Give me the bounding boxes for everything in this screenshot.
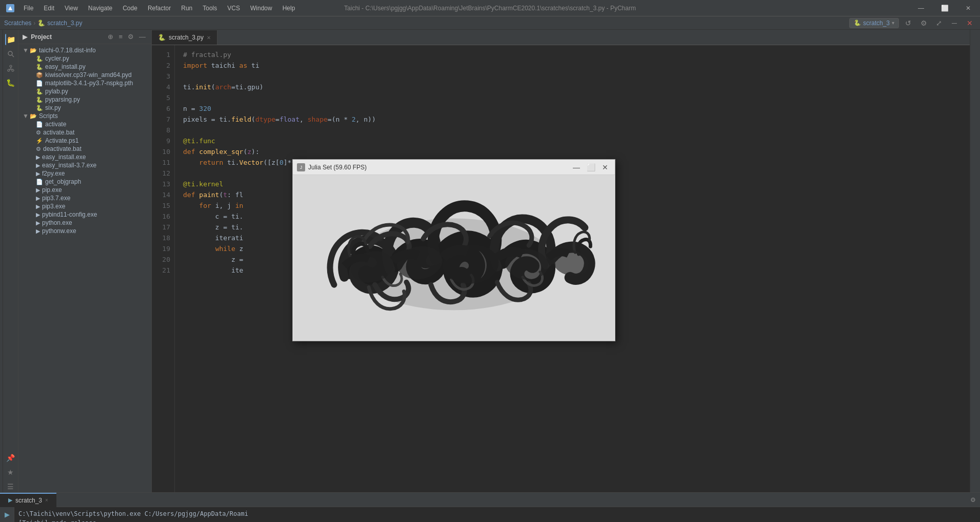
tree-item[interactable]: ▶ pybind11-config.exe <box>18 210 151 219</box>
pyd-file-icon: 📦 <box>36 72 43 79</box>
code-line: n = 320 <box>183 103 970 114</box>
run-refresh-button[interactable]: ↺ <box>902 17 914 29</box>
tree-item[interactable]: ⚡ Activate.ps1 <box>18 137 151 145</box>
breadcrumb-scratches[interactable]: Scratches <box>4 20 31 27</box>
tree-item[interactable]: ⚙ activate.bat <box>18 128 151 137</box>
tree-item-label: pip.exe <box>42 186 62 194</box>
sidebar-hide-icon[interactable]: — <box>137 32 147 41</box>
expand-arrow-icon: ▼ <box>23 112 29 120</box>
tree-item[interactable]: 🐍 easy_install.py <box>18 63 151 71</box>
run-tab-close-icon[interactable]: × <box>45 497 48 503</box>
code-line: # fractal.py <box>183 49 970 60</box>
run-tab[interactable]: ▶ scratch_3 × <box>0 493 56 507</box>
svg-point-3 <box>10 65 12 67</box>
tree-item[interactable]: ▼ 📂 Scripts <box>18 112 151 120</box>
py-file-icon: 🐍 <box>36 64 43 70</box>
menu-view[interactable]: View <box>59 3 83 14</box>
code-line: @ti.func <box>183 136 970 146</box>
tab-close-icon[interactable]: ✕ <box>207 35 211 41</box>
sidebar-collapse-icon[interactable]: ≡ <box>117 32 124 41</box>
tree-item[interactable]: 📄 activate <box>18 120 151 128</box>
menu-edit[interactable]: Edit <box>38 3 59 14</box>
menu-vcs[interactable]: VCS <box>222 3 245 14</box>
run-restart-icon[interactable]: ▶ <box>2 509 12 519</box>
tree-item[interactable]: ▶ pip.exe <box>18 186 151 194</box>
tree-item-label: pyparsing.py <box>45 96 80 103</box>
tree-item[interactable]: ▶ easy_install.exe <box>18 153 151 161</box>
code-line: ti.init(arch=ti.gpu) <box>183 82 970 92</box>
menu-run[interactable]: Run <box>176 3 197 14</box>
julia-maximize-button[interactable]: ⬜ <box>585 162 596 173</box>
activity-favorites-icon[interactable]: ★ <box>5 467 16 478</box>
julia-window-title: Julia Set (59.60 FPS) <box>308 164 568 171</box>
tree-item[interactable]: ▶ easy_install-3.7.exe <box>18 161 151 169</box>
bottom-tabs: ▶ scratch_3 × ⚙ <box>0 493 980 507</box>
tree-item[interactable]: ▶ f2py.exe <box>18 169 151 178</box>
menu-navigate[interactable]: Navigate <box>83 3 117 14</box>
activity-folder-icon[interactable]: 📁 <box>5 34 16 45</box>
sidebar: ▶ Project ⊕ ≡ ⚙ — ▼ 📂 taichi-0.7.18.dist… <box>18 30 152 492</box>
window-controls: — ⬜ ✕ <box>909 0 980 16</box>
breadcrumb-bar: Scratches › 🐍 scratch_3.py 🐍 scratch_3 ▾… <box>0 16 980 30</box>
sidebar-settings-icon[interactable]: ⚙ <box>126 32 135 41</box>
menu-tools[interactable]: Tools <box>197 3 222 14</box>
activity-debug-icon[interactable]: 🐛 <box>5 77 16 88</box>
run-output: C:\Taichi\venv\Scripts\python.exe C:/Use… <box>14 507 980 522</box>
tree-item-label: taichi-0.7.18.dist-info <box>39 47 96 54</box>
tree-item[interactable]: ▼ 📂 taichi-0.7.18.dist-info <box>18 46 151 54</box>
tree-item-label: kiwisolver.cp37-win_amd64.pyd <box>45 71 132 79</box>
julia-close-button[interactable]: ✕ <box>599 162 611 173</box>
sidebar-locate-icon[interactable]: ⊕ <box>106 32 115 41</box>
julia-fractal-svg <box>293 175 615 341</box>
tree-item[interactable]: 🐍 pyparsing.py <box>18 95 151 104</box>
julia-minimize-button[interactable]: — <box>571 162 582 173</box>
code-line <box>183 71 970 82</box>
tree-item[interactable]: 📦 kiwisolver.cp37-win_amd64.pyd <box>18 71 151 79</box>
tree-item-label: pybind11-config.exe <box>42 211 97 218</box>
julia-window-icon: J <box>297 163 305 171</box>
tree-item-label: pylab.py <box>45 88 68 95</box>
run-minimize-button[interactable]: ─ <box>948 17 961 29</box>
tree-item-label: easy_install-3.7.exe <box>42 162 96 169</box>
maximize-button[interactable]: ⬜ <box>933 0 956 16</box>
breadcrumb-file[interactable]: scratch_3.py <box>47 20 82 27</box>
tree-item[interactable]: 📄 get_objgraph <box>18 178 151 186</box>
menu-code[interactable]: Code <box>117 3 143 14</box>
julia-canvas <box>293 175 615 341</box>
tree-item[interactable]: ▶ python.exe <box>18 219 151 227</box>
tree-item[interactable]: ▶ pip3.exe <box>18 202 151 210</box>
run-expand-button[interactable]: ⤢ <box>933 17 945 29</box>
exe-file-icon: ▶ <box>36 187 40 194</box>
bottom-settings-icon[interactable]: ⚙ <box>970 496 980 504</box>
tree-item[interactable]: ▶ pythonw.exe <box>18 227 151 235</box>
tree-item[interactable]: ▶ pip3.7.exe <box>18 194 151 202</box>
tree-item-label: six.py <box>45 104 61 111</box>
julia-window: J Julia Set (59.60 FPS) — ⬜ ✕ <box>292 159 615 341</box>
activity-pin-icon[interactable]: 📌 <box>5 452 16 463</box>
menu-help[interactable]: Help <box>277 3 301 14</box>
close-button[interactable]: ✕ <box>956 0 980 16</box>
activity-git-icon[interactable] <box>5 63 16 74</box>
tree-item[interactable]: ⚙ deactivate.bat <box>18 145 151 153</box>
activity-bottom-icon[interactable]: ☰ <box>5 481 16 492</box>
editor-tab-scratch3[interactable]: 🐍 scratch_3.py ✕ <box>152 30 217 45</box>
tree-item[interactable]: 🐍 six.py <box>18 104 151 112</box>
menu-file[interactable]: File <box>18 3 38 14</box>
menu-window[interactable]: Window <box>245 3 277 14</box>
tree-item[interactable]: 📄 matplotlib-3.4.1-py3.7-nspkg.pth <box>18 79 151 87</box>
tree-item[interactable]: 🐍 pylab.py <box>18 87 151 95</box>
minimize-button[interactable]: — <box>909 0 933 16</box>
tree-item-label: easy_install.exe <box>42 153 86 161</box>
run-settings-button[interactable]: ⚙ <box>917 17 930 29</box>
tree-item[interactable]: 🐍 cycler.py <box>18 54 151 63</box>
run-config-select[interactable]: 🐍 scratch_3 ▾ <box>849 18 899 28</box>
tree-item-label: get_objgraph <box>45 178 81 185</box>
menu-refactor[interactable]: Refactor <box>143 3 176 14</box>
breadcrumb-sep: › <box>33 20 35 27</box>
run-config-label: scratch_3 <box>863 20 890 27</box>
folder-open-icon: 📂 <box>30 113 37 120</box>
run-close-config-button[interactable]: ✕ <box>964 17 976 29</box>
activity-search-icon[interactable] <box>5 48 16 60</box>
sidebar-header: ▶ Project ⊕ ≡ ⚙ — <box>18 30 151 44</box>
sidebar-title: ▶ Project <box>23 33 52 41</box>
